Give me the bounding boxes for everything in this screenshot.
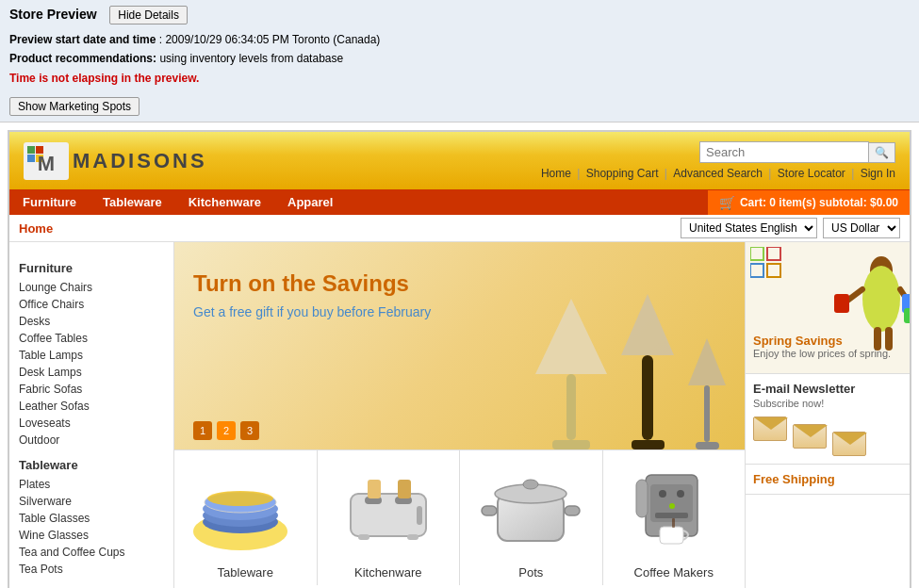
cart-button[interactable]: 🛒 Cart: 0 item(s) subtotal: $0.00 [708, 190, 910, 215]
free-shipping-title: Free Shipping [753, 472, 902, 486]
store-locator-link[interactable]: Store Locator [778, 167, 845, 180]
email-icons [753, 416, 902, 456]
admin-info: Preview start date and time : 2009/10/29… [9, 30, 910, 88]
logo-area[interactable]: M MADISONS [24, 142, 207, 180]
svg-rect-1 [27, 146, 35, 154]
sidebar-item-tea-coffee-cups[interactable]: Tea and Coffee Cups [19, 544, 164, 561]
locale-selects: United States English US Dollar [681, 218, 900, 238]
svg-point-30 [659, 490, 666, 498]
hero-dot-3[interactable]: 3 [240, 421, 259, 440]
search-input[interactable] [699, 141, 869, 163]
product-img-kitchenware [323, 456, 454, 560]
admin-bar: Store Preview Hide Details Preview start… [0, 0, 919, 122]
product-img-coffee [609, 456, 740, 560]
sidebar-item-plates[interactable]: Plates [19, 476, 164, 493]
email-newsletter-title: E-mail Newsletter [753, 382, 902, 396]
breadcrumb[interactable]: Home [19, 221, 53, 236]
sign-in-link[interactable]: Sign In [861, 167, 895, 180]
nav-kitchenware[interactable]: Kitchenware [175, 189, 274, 215]
sidebar-item-table-lamps[interactable]: Table Lamps [19, 347, 164, 364]
sidebar-item-loveseats[interactable]: Loveseats [19, 415, 164, 432]
center-content: Turn on the Savings Get a free gift if y… [174, 242, 745, 588]
sidebar-item-coffee-tables[interactable]: Coffee Tables [19, 330, 164, 347]
free-shipping-widget: Free Shipping [746, 465, 910, 495]
sidebar-category-tableware: Tableware [19, 458, 164, 472]
advanced-search-link[interactable]: Advanced Search [673, 167, 763, 180]
svg-rect-34 [750, 247, 763, 260]
pots-svg [474, 461, 587, 555]
header-nav-links: Home | Shopping Cart | Advanced Search |… [541, 167, 895, 180]
sidebar-item-leather-sofas[interactable]: Leather Sofas [19, 398, 164, 415]
product-cell-tableware[interactable]: Tableware [174, 450, 318, 585]
svg-rect-18 [368, 480, 381, 498]
svg-rect-35 [767, 247, 780, 260]
svg-rect-27 [655, 513, 688, 518]
preview-value: : 2009/10/29 06:34:05 PM Toronto (Canada… [159, 33, 381, 46]
sidebar-item-table-glasses[interactable]: Table Glasses [19, 510, 164, 527]
svg-rect-17 [407, 534, 418, 540]
sidebar-item-lounge-chairs[interactable]: Lounge Chairs [19, 279, 164, 296]
header-right: 🔍 Home | Shopping Cart | Advanced Search… [541, 141, 895, 180]
svg-rect-15 [417, 506, 422, 525]
currency-selector[interactable]: US Dollar [823, 218, 900, 238]
svg-rect-28 [660, 527, 683, 544]
show-marketing-button[interactable]: Show Marketing Spots [9, 97, 139, 116]
kitchenware-svg [332, 461, 445, 555]
spring-savings-title: Spring Savings [753, 334, 891, 348]
product-img-pots [466, 456, 597, 560]
svg-point-31 [677, 490, 684, 498]
email-newsletter-subtitle: Subscribe now! [753, 398, 902, 409]
recommendations-label: Product recommendations: [9, 52, 156, 65]
warning-text: Time is not elapsing in the preview. [9, 69, 910, 88]
shopping-cart-link[interactable]: Shopping Cart [586, 167, 659, 180]
sidebar-item-tea-pots[interactable]: Tea Pots [19, 561, 164, 578]
main-content: Furniture Lounge Chairs Office Chairs De… [9, 242, 910, 588]
email-newsletter-widget: E-mail Newsletter Subscribe now! [746, 374, 910, 465]
sidebar-item-silverware[interactable]: Silverware [19, 493, 164, 510]
product-cell-pots[interactable]: Pots [460, 450, 603, 585]
spring-text: Spring Savings Enjoy the low prices of s… [753, 334, 891, 359]
sidebar-category-furniture: Furniture [19, 261, 164, 275]
hero-title: Turn on the Savings [193, 270, 431, 297]
hero-lamps [535, 242, 726, 449]
logo-text: MADISONS [73, 149, 207, 173]
sidebar-item-wine-glasses[interactable]: Wine Glasses [19, 527, 164, 544]
hero-banner: Turn on the Savings Get a free gift if y… [174, 242, 745, 449]
nav-tableware[interactable]: Tableware [90, 189, 175, 215]
product-label-tableware: Tableware [218, 565, 273, 580]
sidebar-item-fabric-sofas[interactable]: Fabric Sofas [19, 381, 164, 398]
nav-apparel[interactable]: Apparel [274, 189, 346, 215]
sidebar-item-outdoor[interactable]: Outdoor [19, 432, 164, 449]
hero-dot-1[interactable]: 1 [193, 421, 212, 440]
search-button[interactable]: 🔍 [869, 142, 895, 163]
locale-bar: Home United States English US Dollar [9, 215, 910, 242]
sidebar-item-office-chairs[interactable]: Office Chairs [19, 296, 164, 313]
product-cell-kitchenware[interactable]: Kitchenware [318, 450, 461, 585]
product-cell-coffee[interactable]: Coffee Makers [603, 450, 746, 585]
cart-icon: 🛒 [719, 195, 735, 210]
cart-label: Cart: 0 item(s) subtotal: $0.00 [740, 196, 898, 209]
lamp-1 [535, 299, 607, 449]
hero-dot-2[interactable]: 2 [217, 421, 236, 440]
svg-rect-16 [358, 534, 369, 540]
svg-point-22 [523, 480, 538, 489]
spring-savings-widget: Spring Savings Enjoy the low prices of s… [746, 242, 910, 374]
logo-icon: M [24, 142, 69, 180]
product-label-kitchenware: Kitchenware [354, 565, 422, 580]
svg-rect-33 [636, 480, 648, 517]
sidebar-item-desk-lamps[interactable]: Desk Lamps [19, 364, 164, 381]
preview-label: Preview start date and time [9, 33, 156, 46]
svg-rect-23 [482, 506, 497, 515]
sidebar-item-desks[interactable]: Desks [19, 313, 164, 330]
svg-point-32 [669, 503, 675, 509]
home-link[interactable]: Home [541, 167, 571, 180]
store-wrapper: M MADISONS 🔍 Home | Shopping Cart | Adva… [8, 130, 911, 588]
coffee-svg [617, 461, 730, 555]
svg-point-11 [207, 491, 273, 506]
nav-furniture[interactable]: Furniture [9, 189, 90, 215]
lamp-2 [621, 294, 674, 449]
locale-selector[interactable]: United States English [681, 218, 817, 238]
hide-details-button[interactable]: Hide Details [109, 6, 188, 24]
svg-rect-37 [767, 264, 780, 277]
product-label-coffee: Coffee Makers [634, 565, 714, 580]
